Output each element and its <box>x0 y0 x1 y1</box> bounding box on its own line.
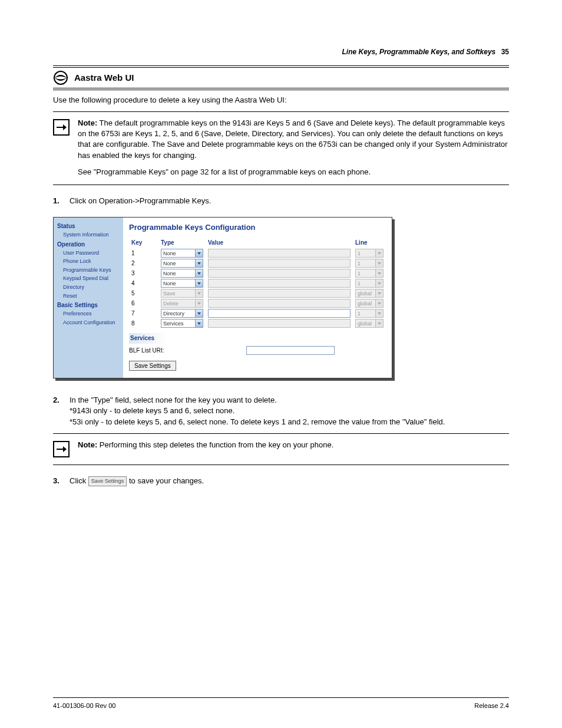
step-2: 2. In the "Type" field, select none for … <box>53 395 509 427</box>
note-block-1: Note: The default programmable keys on t… <box>53 111 509 185</box>
step-num: 1. <box>53 196 64 206</box>
line-select: 1 <box>355 249 376 258</box>
cell-key: 5 <box>129 288 158 298</box>
sidebar-item-sysinfo[interactable]: System Information <box>63 230 121 239</box>
type-select[interactable]: Services <box>161 319 196 328</box>
save-settings-inline-button: Save Settings <box>88 476 127 486</box>
header-title: Line Keys, Programmable Keys, and Softke… <box>342 48 496 56</box>
table-row: 8Servicesglobal <box>129 318 386 328</box>
sidebar-group-status: Status <box>57 222 121 230</box>
header-page: 35 <box>501 48 509 56</box>
chevron-down-icon <box>196 289 203 298</box>
chevron-down-icon[interactable] <box>196 249 203 258</box>
arrow-right-icon <box>53 441 70 457</box>
cell-key: 6 <box>129 298 158 308</box>
note1-body: The default programmable keys on the 914… <box>78 118 508 160</box>
type-select[interactable]: None <box>161 259 196 268</box>
type-select: Delete <box>161 299 196 308</box>
col-type: Type <box>158 238 206 248</box>
section-header: Aastra Web UI <box>53 65 509 90</box>
ui-sidebar: Status System Information Operation User… <box>54 218 123 378</box>
step3a: Click <box>70 476 86 485</box>
type-select[interactable]: None <box>161 279 196 288</box>
cell-key: 8 <box>129 318 158 328</box>
ui-services-heading: Services <box>129 333 223 344</box>
chevron-down-icon <box>196 299 203 308</box>
line-select: 1 <box>355 309 376 318</box>
svg-marker-2 <box>63 124 67 130</box>
table-row: 1None1 <box>129 248 386 258</box>
note-block-2: Note: Performing this step deletes the f… <box>53 433 509 465</box>
ui-screenshot: Status System Information Operation User… <box>53 217 392 378</box>
type-select[interactable]: None <box>161 269 196 278</box>
note1-lead: Note: <box>78 118 97 127</box>
value-input <box>208 249 351 258</box>
arrow-right-icon <box>53 119 70 136</box>
sidebar-item-userpw[interactable]: User Password <box>63 249 121 258</box>
sidebar-item-progkeys[interactable]: Programmable Keys <box>63 266 121 275</box>
line-select: global <box>355 299 376 308</box>
page-header: Line Keys, Programmable Keys, and Softke… <box>53 47 509 57</box>
cell-key: 3 <box>129 268 158 278</box>
chevron-down-icon <box>376 259 384 268</box>
sidebar-item-account[interactable]: Account Configuration <box>63 318 121 327</box>
sidebar-item-phonelock[interactable]: Phone Lock <box>63 257 121 266</box>
blf-label: BLF List URI: <box>129 347 164 355</box>
step2c: *53i only - to delete keys 5, and 6, sel… <box>70 417 445 427</box>
footer-right: Release 2.4 <box>474 701 509 710</box>
col-line: Line <box>353 238 386 248</box>
table-row: 6Deleteglobal <box>129 298 386 308</box>
chevron-down-icon <box>376 309 384 318</box>
ui-table: Key Type Value Line 1None12None13None14N… <box>129 238 386 328</box>
table-row: 2None1 <box>129 258 386 268</box>
cell-key: 1 <box>129 248 158 258</box>
line-select: global <box>355 319 376 328</box>
table-row: 4None1 <box>129 278 386 288</box>
cell-key: 7 <box>129 308 158 318</box>
ui-main: Programmable Keys Configuration Key Type… <box>123 218 392 378</box>
section-label: Aastra Web UI <box>74 71 134 84</box>
sidebar-item-prefs[interactable]: Preferences <box>63 309 121 318</box>
value-input[interactable] <box>208 309 351 318</box>
chevron-down-icon <box>376 249 384 258</box>
type-select[interactable]: Directory <box>161 309 196 318</box>
line-select: 1 <box>355 269 376 278</box>
sidebar-item-keypad[interactable]: Keypad Speed Dial <box>63 274 121 283</box>
chevron-down-icon[interactable] <box>196 269 203 278</box>
value-input <box>208 279 351 288</box>
step2b: *9143i only - to delete keys 5 and 6, se… <box>70 406 445 416</box>
step2a: In the "Type" field, select none for the… <box>70 395 445 406</box>
sidebar-group-basic: Basic Settings <box>57 301 121 309</box>
type-select: Save <box>161 289 196 298</box>
chevron-down-icon[interactable] <box>196 279 203 288</box>
save-settings-button[interactable]: Save Settings <box>129 361 176 371</box>
chevron-down-icon[interactable] <box>196 319 203 328</box>
sidebar-item-directory[interactable]: Directory <box>63 283 121 292</box>
cell-key: 4 <box>129 278 158 288</box>
note2-lead: Note: <box>78 440 97 449</box>
col-key: Key <box>129 238 158 248</box>
chevron-down-icon[interactable] <box>196 309 203 318</box>
chevron-down-icon <box>376 269 384 278</box>
line-select: 1 <box>355 279 376 288</box>
blf-input[interactable] <box>246 346 335 355</box>
line-select: 1 <box>355 259 376 268</box>
footer-left: 41-001306-00 Rev 00 <box>53 701 115 710</box>
page-footer: 41-001306-00 Rev 00 Release 2.4 <box>53 697 509 710</box>
chevron-down-icon <box>376 319 384 328</box>
table-row: 5Saveglobal <box>129 288 386 298</box>
table-row: 7Directory1 <box>129 308 386 318</box>
sidebar-group-operation: Operation <box>57 241 121 249</box>
chevron-down-icon[interactable] <box>196 259 203 268</box>
type-select[interactable]: None <box>161 249 196 258</box>
step-num: 3. <box>53 476 64 486</box>
table-row: 3None1 <box>129 268 386 278</box>
chevron-down-icon <box>376 279 384 288</box>
value-input <box>208 299 351 308</box>
sidebar-item-reset[interactable]: Reset <box>63 292 121 301</box>
col-value: Value <box>206 238 353 248</box>
value-input <box>208 319 351 328</box>
ui-title: Programmable Keys Configuration <box>129 222 386 233</box>
step-num: 2. <box>53 395 64 427</box>
line-select: global <box>355 289 376 298</box>
